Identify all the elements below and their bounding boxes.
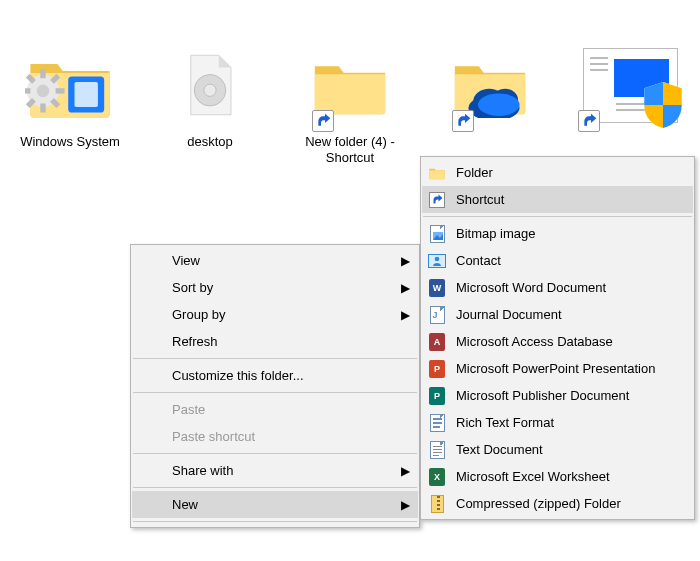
context-menu-item-sort-by[interactable]: Sort by ▶ <box>132 274 418 301</box>
desktop-item-desktop-ini[interactable]: desktop <box>140 40 280 150</box>
svg-point-11 <box>37 84 50 97</box>
submenu-arrow-icon: ▶ <box>401 464 410 478</box>
new-submenu-item-journal[interactable]: J Journal Document <box>422 301 693 328</box>
new-submenu-label: Microsoft Word Document <box>456 280 606 295</box>
desktop-item-new-folder-shortcut[interactable]: New folder (4) - Shortcut <box>280 40 420 165</box>
svg-rect-1 <box>75 81 98 106</box>
context-menu: View ▶ Sort by ▶ Group by ▶ Refresh Cust… <box>130 244 420 528</box>
context-menu-item-refresh[interactable]: Refresh <box>132 328 418 355</box>
new-submenu-item-publisher[interactable]: P Microsoft Publisher Document <box>422 382 693 409</box>
new-submenu-item-contact[interactable]: Contact <box>422 247 693 274</box>
publisher-icon: P <box>428 387 446 405</box>
submenu-arrow-icon: ▶ <box>401 254 410 268</box>
new-submenu-label: Microsoft PowerPoint Presentation <box>456 361 655 376</box>
contact-icon <box>428 252 446 270</box>
context-menu-separator <box>133 487 417 488</box>
desktop-item-label: Windows System <box>0 134 140 150</box>
new-submenu-label: Microsoft Excel Worksheet <box>456 469 610 484</box>
folder-gear-icon <box>25 48 115 123</box>
desktop-icon-grid: Windows System desktop Ne <box>0 40 700 165</box>
new-submenu-label: Rich Text Format <box>456 415 554 430</box>
new-submenu-item-rtf[interactable]: Rich Text Format <box>422 409 693 436</box>
context-menu-item-paste-shortcut: Paste shortcut <box>132 423 418 450</box>
context-menu-label: View <box>172 253 200 268</box>
folder-icon <box>428 164 446 182</box>
context-menu-label: Refresh <box>172 334 218 349</box>
context-menu-separator <box>133 453 417 454</box>
new-submenu-item-folder[interactable]: Folder <box>422 159 693 186</box>
context-menu-label: Group by <box>172 307 225 322</box>
svg-point-17 <box>478 93 520 115</box>
new-submenu-item-text[interactable]: Text Document <box>422 436 693 463</box>
new-submenu-label: Compressed (zipped) Folder <box>456 496 621 511</box>
context-menu-item-group-by[interactable]: Group by ▶ <box>132 301 418 328</box>
journal-icon: J <box>428 306 446 324</box>
new-submenu-label: Bitmap image <box>456 226 535 241</box>
bitmap-icon <box>428 225 446 243</box>
new-submenu-item-shortcut[interactable]: Shortcut <box>422 186 693 213</box>
powerpoint-icon: P <box>428 360 446 378</box>
new-submenu-item-bitmap[interactable]: Bitmap image <box>422 220 693 247</box>
shortcut-overlay-icon <box>578 110 600 132</box>
context-menu-item-share-with[interactable]: Share with ▶ <box>132 457 418 484</box>
context-menu-label: Paste <box>172 402 205 417</box>
new-submenu-label: Text Document <box>456 442 543 457</box>
new-submenu-separator <box>423 216 692 217</box>
rtf-icon <box>428 414 446 432</box>
context-menu-label: Sort by <box>172 280 213 295</box>
shortcut-icon <box>428 191 446 209</box>
new-submenu-label: Folder <box>456 165 493 180</box>
new-submenu-item-powerpoint[interactable]: P Microsoft PowerPoint Presentation <box>422 355 693 382</box>
context-menu-item-new[interactable]: New ▶ <box>132 491 418 518</box>
svg-point-13 <box>204 84 216 96</box>
access-icon: A <box>428 333 446 351</box>
new-submenu-item-zip[interactable]: Compressed (zipped) Folder <box>422 490 693 517</box>
desktop-item-label: New folder (4) - Shortcut <box>280 134 420 165</box>
new-submenu-label: Microsoft Publisher Document <box>456 388 629 403</box>
new-submenu-label: Journal Document <box>456 307 562 322</box>
context-menu-item-paste: Paste <box>132 396 418 423</box>
text-icon <box>428 441 446 459</box>
folder-icon <box>310 53 390 118</box>
context-menu-separator <box>133 521 417 522</box>
desktop-item-onedrive[interactable] <box>420 40 560 134</box>
new-submenu-item-excel[interactable]: X Microsoft Excel Worksheet <box>422 463 693 490</box>
desktop-item-optional-features[interactable] <box>560 40 700 134</box>
word-icon: W <box>428 279 446 297</box>
desktop-item-windows-system[interactable]: Windows System <box>0 40 140 150</box>
settings-file-icon <box>175 50 245 120</box>
new-submenu: Folder Shortcut Bitmap image Contact W M… <box>420 156 695 520</box>
new-submenu-label: Microsoft Access Database <box>456 334 613 349</box>
folder-cloud-icon <box>450 53 530 118</box>
context-menu-label: Paste shortcut <box>172 429 255 444</box>
context-menu-item-view[interactable]: View ▶ <box>132 247 418 274</box>
submenu-arrow-icon: ▶ <box>401 498 410 512</box>
context-menu-item-customize[interactable]: Customize this folder... <box>132 362 418 389</box>
zip-icon <box>428 495 446 513</box>
excel-icon: X <box>428 468 446 486</box>
shortcut-overlay-icon <box>312 110 334 132</box>
context-menu-separator <box>133 392 417 393</box>
context-menu-label: Share with <box>172 463 233 478</box>
new-submenu-label: Contact <box>456 253 501 268</box>
desktop-item-label: desktop <box>140 134 280 150</box>
context-menu-label: New <box>172 497 198 512</box>
shortcut-overlay-icon <box>452 110 474 132</box>
context-menu-label: Customize this folder... <box>172 368 304 383</box>
new-submenu-item-word[interactable]: W Microsoft Word Document <box>422 274 693 301</box>
context-menu-separator <box>133 358 417 359</box>
svg-point-20 <box>435 256 440 261</box>
new-submenu-item-access[interactable]: A Microsoft Access Database <box>422 328 693 355</box>
new-submenu-label: Shortcut <box>456 192 504 207</box>
submenu-arrow-icon: ▶ <box>401 281 410 295</box>
submenu-arrow-icon: ▶ <box>401 308 410 322</box>
